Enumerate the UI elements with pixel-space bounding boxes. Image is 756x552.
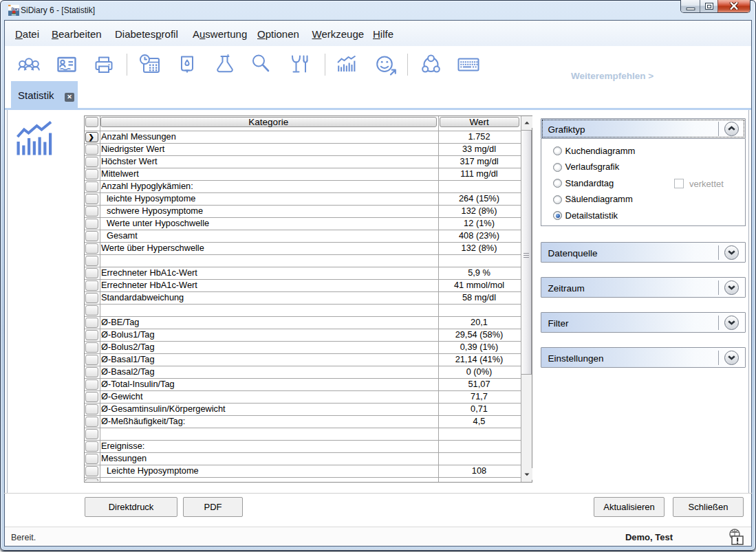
- svg-text:Diary: Diary: [11, 8, 19, 11]
